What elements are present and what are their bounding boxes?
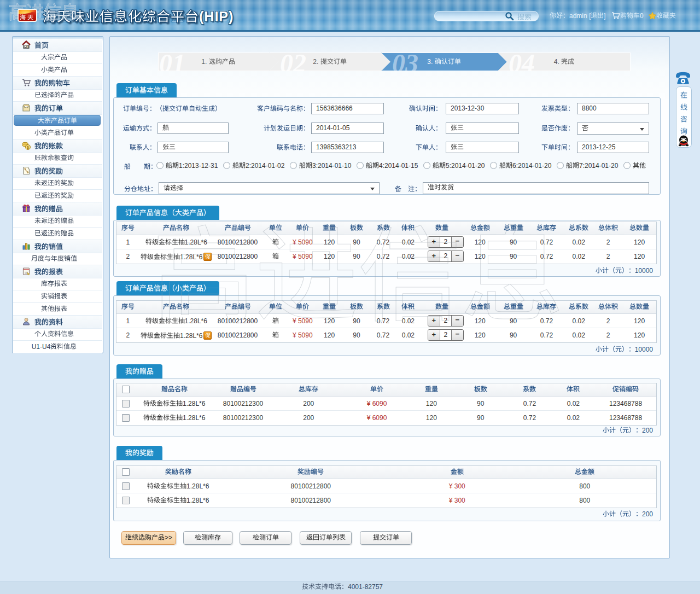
svg-text:$: $ bbox=[27, 145, 29, 150]
